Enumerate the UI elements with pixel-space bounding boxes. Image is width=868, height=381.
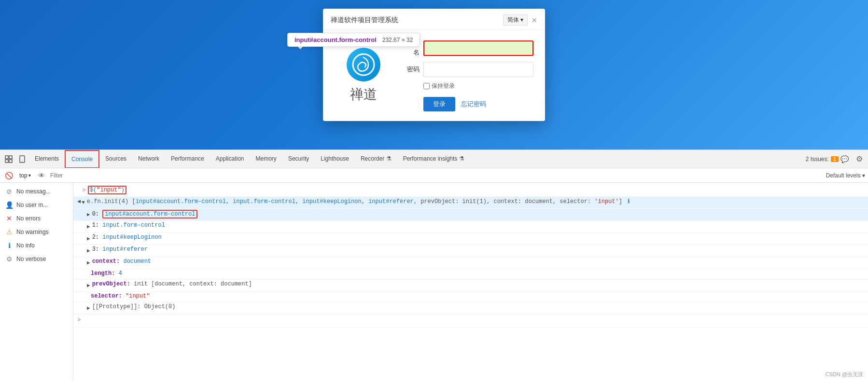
line2-content: e.fn.init(4) [input#account.form-control… — [87, 198, 630, 205]
console-line-4: ▶ 1: input.form-control — [73, 221, 868, 233]
inspect-svg — [5, 155, 13, 163]
console-line-2: ◀ ▼ e.fn.init(4) [input#account.form-con… — [73, 197, 868, 209]
forgot-button[interactable]: 忘记密码 — [461, 100, 486, 109]
svg-rect-1 — [5, 156, 8, 159]
dialog-header-right: 简体 ▾ ✕ — [503, 14, 537, 26]
tab-performance-insights[interactable]: Performance insights ⚗ — [397, 150, 470, 168]
line9-content: prevObject: init [document, context: doc… — [92, 281, 252, 287]
line2-left-arrow[interactable]: ◀ — [77, 198, 81, 205]
sidebar-info-label: No info — [16, 242, 35, 249]
svg-point-6 — [22, 161, 23, 162]
svg-rect-3 — [5, 160, 8, 163]
tab-console[interactable]: Console — [65, 150, 99, 168]
verbose-icon: ⚙ — [5, 255, 14, 263]
close-icon[interactable]: ✕ — [532, 16, 537, 24]
tab-network[interactable]: Network — [132, 150, 165, 168]
console-line-3: ▶ 0: input#account.form-control — [73, 209, 868, 221]
line7-expand[interactable]: ▶ — [87, 258, 90, 268]
mobile-icon[interactable] — [15, 152, 29, 166]
username-input[interactable] — [423, 41, 533, 56]
console-line-9: ▶ prevObject: init [document, context: d… — [73, 280, 868, 292]
password-input[interactable] — [423, 62, 533, 77]
sidebar-item-warnings[interactable]: ⚠ No warnings — [0, 225, 73, 239]
top-label: top — [19, 172, 28, 179]
line4-expand[interactable]: ▶ — [87, 222, 90, 231]
issues-error-icon: 💬 — [840, 155, 849, 163]
sidebar-item-user[interactable]: 👤 No user m... — [0, 198, 73, 212]
issues-warning-count: 1 — [831, 156, 839, 162]
login-button[interactable]: 登录 — [423, 97, 455, 111]
line1-arrow — [77, 186, 81, 195]
tab-recorder[interactable]: Recorder ⚗ — [355, 150, 397, 168]
password-label: 密码 — [402, 65, 420, 74]
line3-highlighted-element: input#account.form-control — [102, 210, 197, 218]
default-levels-label: Default levels ▾ — [826, 172, 865, 179]
line8-content: length: 4 — [91, 270, 122, 277]
sidebar-warnings-label: No warnings — [16, 229, 49, 235]
filter-right: Default levels ▾ — [826, 172, 865, 179]
svg-rect-4 — [9, 160, 12, 163]
line2-expand[interactable]: ▼ — [82, 198, 85, 207]
login-dialog: 禅道软件项目管理系统 简体 ▾ ✕ 禅道 用户名 — [323, 9, 545, 121]
tooltip-size: 232.67 × 32 — [382, 37, 413, 43]
tab-memory[interactable]: Memory — [250, 150, 282, 168]
inspect-icon[interactable] — [2, 152, 15, 166]
issues-badge[interactable]: 2 Issues: 1 💬 — [806, 155, 849, 163]
console-line-6: ▶ 3: input#referer — [73, 245, 868, 257]
console-output: > $("input") ◀ ▼ e.fn.init(4) [input#acc… — [73, 183, 868, 381]
line2-info-icon: ℹ — [628, 198, 630, 205]
filter-input[interactable] — [50, 170, 823, 181]
tab-performance[interactable]: Performance — [165, 150, 210, 168]
sidebar-verbose-label: No verbose — [16, 256, 46, 262]
line3-content: 0: input#account.form-control — [92, 210, 198, 218]
console-line-7: ▶ context: document — [73, 257, 868, 269]
line5-content: 2: input#keepLoginon — [92, 234, 162, 241]
sidebar-item-errors[interactable]: ✕ No errors — [0, 212, 73, 225]
line6-expand[interactable]: ▶ — [87, 246, 90, 256]
user-icon: 👤 — [5, 201, 14, 209]
eye-icon[interactable]: 👁 — [36, 170, 47, 181]
tab-lighthouse[interactable]: Lighthouse — [315, 150, 355, 168]
sidebar-item-info[interactable]: ℹ No info — [0, 239, 73, 252]
keep-login-checkbox[interactable] — [423, 83, 430, 89]
console-line-8: length: 4 — [73, 269, 868, 280]
default-levels-button[interactable]: Default levels ▾ — [826, 172, 865, 179]
logo-circle — [347, 48, 380, 82]
line1-prompt: > — [83, 186, 86, 195]
line3-expand[interactable]: ▶ — [87, 210, 90, 219]
keep-login-row: 保持登录 — [423, 82, 533, 90]
dialog-header: 禅道软件项目管理系统 简体 ▾ ✕ — [323, 9, 545, 30]
tab-elements[interactable]: Elements — [29, 150, 65, 168]
tab-sources[interactable]: Sources — [99, 150, 132, 168]
element-tooltip: input#account.form-control 232.67 × 32 — [287, 33, 420, 47]
cmd-box: $("input") — [88, 186, 126, 194]
info-icon: ℹ — [5, 242, 14, 249]
watermark: CSDN @虫无涯 — [826, 371, 863, 378]
tab-security[interactable]: Security — [282, 150, 315, 168]
line6-content: 3: input#referer — [92, 246, 148, 253]
clear-console-icon[interactable]: 🚫 — [3, 170, 14, 181]
line1-cmd: $("input") — [88, 186, 126, 194]
dialog-title: 禅道软件项目管理系统 — [331, 16, 398, 25]
devtools-toolbar: Elements Console Sources Network Perform… — [0, 150, 868, 168]
settings-icon[interactable]: ⚙ — [853, 152, 866, 166]
logo-section: 禅道 — [335, 40, 392, 111]
lang-select[interactable]: 简体 ▾ — [503, 14, 528, 26]
devtools-panel: Elements Console Sources Network Perform… — [0, 150, 868, 381]
line9-expand[interactable]: ▶ — [87, 281, 90, 290]
console-line-10: selector: "input" — [73, 292, 868, 302]
line7-content: context: document — [92, 258, 151, 265]
tab-application[interactable]: Application — [210, 150, 250, 168]
sidebar-messages-label: No messag... — [16, 188, 51, 195]
line5-expand[interactable]: ▶ — [87, 234, 90, 244]
line11-expand[interactable]: ▶ — [87, 303, 90, 313]
logo-icon — [351, 53, 376, 77]
keep-login-label: 保持登录 — [432, 82, 455, 90]
svg-rect-2 — [9, 156, 12, 159]
console-line-5: ▶ 2: input#keepLoginon — [73, 233, 868, 245]
sidebar-errors-label: No errors — [16, 215, 41, 222]
top-dropdown[interactable]: top ▾ — [17, 171, 33, 180]
sidebar-item-verbose[interactable]: ⚙ No verbose — [0, 252, 73, 266]
sidebar-item-messages[interactable]: ⊘ No messag... — [0, 185, 73, 198]
line4-content: 1: input.form-control — [92, 222, 165, 229]
